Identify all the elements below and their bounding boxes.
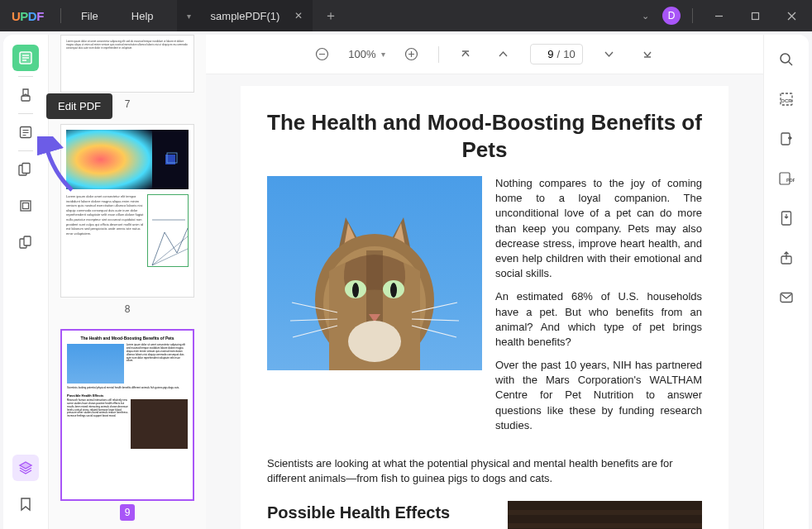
thumbnail-page-8[interactable]: Lorem ipsum dolor amet consectetur elit … xyxy=(60,124,194,298)
svg-point-49 xyxy=(781,54,790,63)
caret-down-icon: ▾ xyxy=(381,50,385,59)
paragraph: Scientists are looking at what the poten… xyxy=(267,456,702,486)
right-sidebar: OCR PDF/A xyxy=(763,35,809,529)
svg-line-50 xyxy=(789,62,792,65)
paragraph: An estimated 68% of U.S. households have… xyxy=(495,289,702,350)
organize-pages-button[interactable] xyxy=(12,156,39,183)
svg-rect-18 xyxy=(24,236,31,245)
thumbnail-label: 8 xyxy=(120,301,136,317)
page-9: The Health and Mood-Boosting Benefits of… xyxy=(241,86,728,529)
first-page-button[interactable] xyxy=(454,43,477,66)
svg-rect-16 xyxy=(23,203,29,209)
svg-point-35 xyxy=(390,283,397,298)
prev-page-button[interactable] xyxy=(492,43,515,66)
text-column: Nothing compares to the joy of coming ho… xyxy=(495,176,702,441)
thumbnail-label: 9 xyxy=(120,504,136,521)
page-number-field[interactable] xyxy=(537,48,554,60)
new-tab-button[interactable]: ＋ xyxy=(313,7,349,25)
email-button[interactable] xyxy=(775,286,798,309)
crop-button[interactable] xyxy=(12,193,39,219)
zoom-in-button[interactable] xyxy=(400,43,423,66)
close-button[interactable] xyxy=(777,5,805,26)
separator xyxy=(18,150,33,151)
thumbnail-label: 7 xyxy=(120,96,136,112)
chevron-down-icon[interactable]: ⌄ xyxy=(637,6,654,26)
svg-rect-15 xyxy=(21,201,31,211)
layers-button[interactable] xyxy=(12,455,39,481)
search-button[interactable] xyxy=(775,48,798,71)
ocr-button[interactable]: OCR xyxy=(775,88,798,111)
svg-text:OCR: OCR xyxy=(781,98,792,103)
arrow-annotation xyxy=(37,136,79,194)
section-heading: Possible Health Effects xyxy=(267,501,494,524)
paragraph: Over the past 10 years, NIH has partnere… xyxy=(495,358,702,433)
annotate-button[interactable] xyxy=(12,82,39,108)
page-input[interactable]: / 10 xyxy=(530,44,583,64)
menu-help[interactable]: Help xyxy=(115,10,170,22)
last-page-button[interactable] xyxy=(636,43,659,66)
svg-text:PDF/A: PDF/A xyxy=(786,178,795,183)
next-page-button[interactable] xyxy=(598,43,621,66)
svg-rect-53 xyxy=(781,133,790,145)
menu-file[interactable]: File xyxy=(64,10,115,22)
titlebar: UPDF File Help ▾ samplePDF(1) ✕ ＋ ⌄ D xyxy=(0,0,812,31)
document-tab[interactable]: ▾ samplePDF(1) ✕ xyxy=(177,0,313,31)
left-sidebar xyxy=(3,35,49,529)
svg-rect-14 xyxy=(22,164,30,174)
maximize-button[interactable] xyxy=(741,5,769,26)
document-viewport[interactable]: The Health and Mood-Boosting Benefits of… xyxy=(206,74,763,529)
svg-rect-31 xyxy=(366,250,383,325)
svg-point-34 xyxy=(352,283,359,298)
separator xyxy=(60,8,61,23)
svg-point-36 xyxy=(348,321,401,362)
avatar[interactable]: D xyxy=(662,7,681,25)
thumb-title: The Health and Mood-Boosting Benefits of… xyxy=(67,336,188,341)
tooltip: Edit PDF xyxy=(46,93,112,119)
close-icon[interactable]: ✕ xyxy=(294,10,303,21)
share-button[interactable] xyxy=(775,246,798,269)
separator xyxy=(438,46,439,63)
bookmark-button[interactable] xyxy=(12,491,39,517)
page-title: The Health and Mood-Boosting Benefits of… xyxy=(267,109,702,163)
reader-mode-button[interactable] xyxy=(12,45,39,71)
page-toolbar: 100%▾ / 10 xyxy=(206,35,763,74)
edit-pdf-button[interactable] xyxy=(12,119,39,145)
dog-image xyxy=(508,501,702,529)
paragraph: Nothing compares to the joy of coming ho… xyxy=(495,176,702,281)
main-area: Lorem ipsum dolor sit amet consectetur a… xyxy=(3,35,809,529)
content-area: 100%▾ / 10 The Health and Mood-Boosting … xyxy=(206,35,763,529)
zoom-value: 100% xyxy=(348,48,375,60)
minimize-button[interactable] xyxy=(705,5,733,26)
compress-button[interactable] xyxy=(775,207,798,230)
tab-dropdown-icon[interactable]: ▾ xyxy=(187,12,191,21)
separator xyxy=(18,113,33,114)
export-button[interactable] xyxy=(775,127,798,150)
tab-title: samplePDF(1) xyxy=(211,10,280,22)
zoom-out-button[interactable] xyxy=(310,43,333,66)
thumbnail-page-9[interactable]: The Health and Mood-Boosting Benefits of… xyxy=(60,329,194,501)
thumbnail-page-7[interactable]: Lorem ipsum dolor sit amet consectetur a… xyxy=(60,35,194,93)
cat-image xyxy=(267,176,482,370)
thumb-subtitle: Possible Health Effects xyxy=(67,393,188,398)
zoom-level[interactable]: 100%▾ xyxy=(348,48,385,60)
page-total: 10 xyxy=(563,48,575,60)
compare-button[interactable] xyxy=(12,229,39,255)
separator xyxy=(18,76,33,77)
svg-rect-1 xyxy=(752,12,758,19)
separator xyxy=(692,8,693,23)
page-separator: / xyxy=(557,48,561,60)
app-logo: UPDF xyxy=(0,9,57,23)
pdfa-button[interactable]: PDF/A xyxy=(775,167,798,190)
